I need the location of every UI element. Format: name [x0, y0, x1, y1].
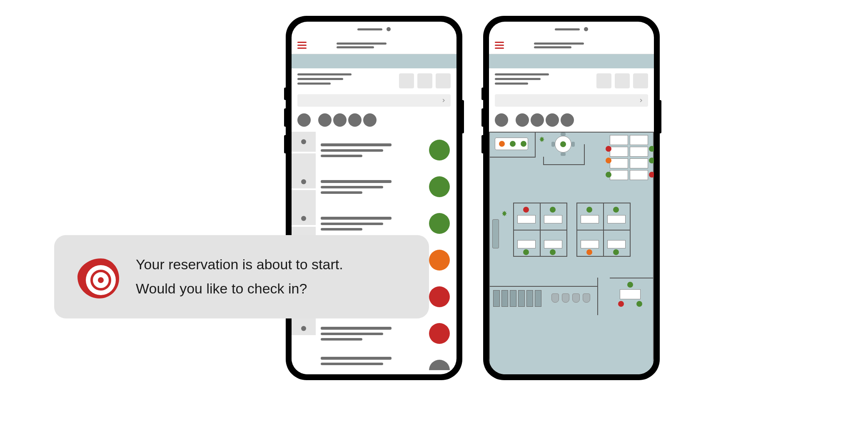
- status-indicator-green: [429, 176, 450, 197]
- desk[interactable]: [607, 215, 626, 223]
- phone-mockup-floorplan: [484, 17, 659, 379]
- seat[interactable]: [627, 282, 633, 288]
- section-title-placeholder: [495, 73, 549, 85]
- seat[interactable]: [550, 249, 556, 255]
- lounge-chair: [583, 293, 590, 303]
- list-item[interactable]: [321, 315, 456, 352]
- desk[interactable]: [581, 215, 599, 223]
- phone-power-button: [461, 100, 464, 133]
- avatar[interactable]: [297, 113, 311, 127]
- desk[interactable]: [610, 158, 628, 168]
- lounge-chair: [562, 293, 569, 303]
- filter-avatars-row: [292, 109, 456, 132]
- seat[interactable]: [649, 146, 654, 152]
- list-item[interactable]: [321, 168, 456, 205]
- toolbar-action-2[interactable]: [615, 73, 630, 88]
- avatar[interactable]: [363, 113, 377, 127]
- status-indicator-red: [429, 286, 450, 307]
- search-bar[interactable]: [297, 94, 451, 107]
- list-item[interactable]: [321, 352, 456, 370]
- phone-power-button: [659, 100, 661, 133]
- seat[interactable]: [560, 141, 566, 147]
- notification-line-1: Your reservation is about to start.: [136, 255, 343, 274]
- desk[interactable]: [517, 215, 536, 223]
- desk[interactable]: [610, 135, 628, 145]
- app-header: [489, 37, 654, 54]
- avatar[interactable]: [318, 113, 332, 127]
- seat[interactable]: [499, 141, 505, 147]
- desk[interactable]: [581, 240, 599, 248]
- seat[interactable]: [649, 158, 654, 163]
- toolbar-row: [489, 68, 654, 92]
- notification-text: Your reservation is about to start. Woul…: [136, 255, 343, 298]
- desk[interactable]: [610, 147, 628, 157]
- avatar[interactable]: [333, 113, 347, 127]
- seat[interactable]: [550, 207, 556, 213]
- phone-mockup-list: [287, 17, 461, 379]
- top-banner: [489, 54, 654, 68]
- seat[interactable]: [586, 249, 592, 255]
- desk[interactable]: [544, 215, 562, 223]
- seat[interactable]: [636, 301, 642, 307]
- phone-screen: [292, 22, 456, 374]
- status-bar: [292, 22, 456, 37]
- status-indicator-green: [429, 213, 450, 234]
- desk[interactable]: [630, 135, 648, 145]
- status-bar: [489, 22, 654, 37]
- seat[interactable]: [613, 207, 619, 213]
- desk[interactable]: [630, 147, 648, 157]
- seat[interactable]: [586, 207, 592, 213]
- header-title-placeholder: [509, 43, 648, 48]
- avatar[interactable]: [546, 113, 559, 127]
- toolbar-action-3[interactable]: [633, 73, 648, 88]
- avatar[interactable]: [495, 113, 508, 127]
- section-title-placeholder: [297, 73, 352, 85]
- seat[interactable]: [510, 141, 516, 147]
- status-indicator-partial: [429, 360, 450, 370]
- seat[interactable]: [618, 301, 624, 307]
- desk[interactable]: [610, 170, 628, 180]
- seat[interactable]: [649, 172, 654, 178]
- list-item[interactable]: [321, 132, 456, 168]
- toolbar-action-3[interactable]: [436, 73, 451, 88]
- phone-side-buttons: [284, 88, 287, 153]
- hamburger-menu-icon[interactable]: [495, 42, 504, 49]
- toolbar-action-1[interactable]: [399, 73, 414, 88]
- filter-avatars-row: [489, 109, 654, 132]
- status-indicator-green: [429, 140, 450, 160]
- desk[interactable]: [607, 240, 626, 248]
- phone-side-buttons: [481, 88, 484, 153]
- floorplan-view[interactable]: [489, 132, 654, 374]
- seat[interactable]: [606, 172, 611, 178]
- avatar[interactable]: [348, 113, 362, 127]
- desk[interactable]: [620, 289, 641, 299]
- app-header: [292, 37, 456, 54]
- avatar[interactable]: [516, 113, 529, 127]
- top-banner: [292, 54, 456, 68]
- notification-line-2: Would you like to check in?: [136, 279, 343, 298]
- seat[interactable]: [606, 146, 611, 152]
- toolbar-row: [292, 68, 456, 92]
- seat[interactable]: [523, 249, 529, 255]
- seat[interactable]: [606, 158, 611, 163]
- seat[interactable]: [521, 141, 526, 147]
- desk[interactable]: [630, 170, 648, 180]
- desk[interactable]: [517, 240, 536, 248]
- desk[interactable]: [544, 240, 562, 248]
- lounge-chair: [551, 293, 559, 303]
- status-indicator-orange: [429, 250, 450, 271]
- toolbar-action-2[interactable]: [417, 73, 432, 88]
- check-in-notification[interactable]: Your reservation is about to start. Woul…: [54, 235, 429, 318]
- seat[interactable]: [613, 249, 619, 255]
- toolbar-actions: [596, 73, 648, 88]
- toolbar-action-1[interactable]: [596, 73, 611, 88]
- svg-point-2: [98, 277, 104, 283]
- avatar[interactable]: [531, 113, 544, 127]
- avatar[interactable]: [561, 113, 574, 127]
- app-logo-icon: [71, 252, 121, 302]
- search-bar[interactable]: [495, 94, 648, 107]
- desk[interactable]: [630, 158, 648, 168]
- seat[interactable]: [523, 207, 529, 213]
- locker-row: [493, 290, 541, 307]
- hamburger-menu-icon[interactable]: [297, 42, 307, 49]
